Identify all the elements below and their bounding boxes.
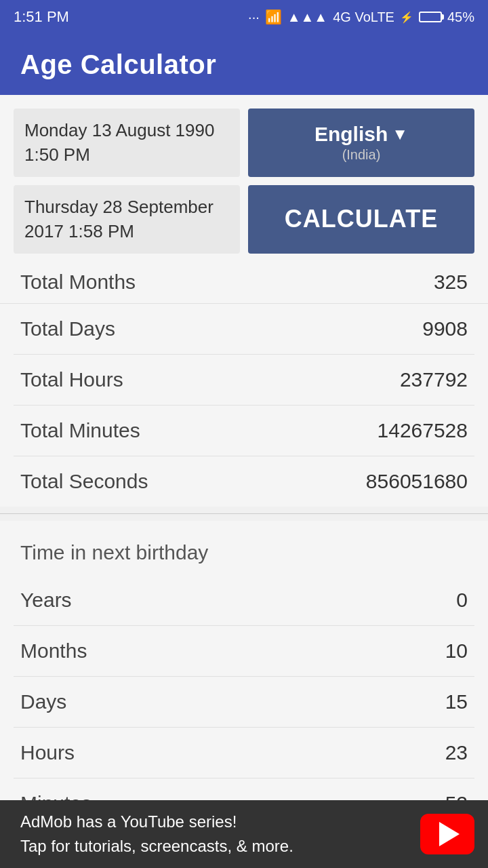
status-icons: ··· 📶 ▲▲▲ 4G VoLTE ⚡ 45%	[248, 9, 474, 25]
label-months: Months	[20, 639, 87, 663]
controls-area: Monday 13 August 1990 1:50 PM English ▼ …	[0, 95, 488, 264]
value-hours: 23	[445, 741, 468, 764]
section-divider	[0, 513, 488, 514]
date2-text: Thursday 28 September 2017 1:58 PM	[24, 195, 214, 244]
results-area: Total Days 9908 Total Hours 237792 Total…	[0, 304, 488, 507]
language-sub: (India)	[342, 147, 381, 163]
birthday-row-years: Years 0	[14, 575, 474, 626]
ad-line1: AdMob has a YouTube series!	[20, 810, 407, 834]
label-total-hours: Total Hours	[20, 368, 123, 391]
value-total-days: 9908	[422, 317, 468, 340]
label-hours: Hours	[20, 741, 75, 764]
dropdown-arrow-icon: ▼	[392, 125, 408, 144]
result-row-seconds: Total Seconds 856051680	[14, 456, 474, 507]
battery-percent: 45%	[447, 9, 474, 25]
next-birthday-section: Time in next birthday Years 0 Months 10 …	[0, 521, 488, 829]
value-total-seconds: 856051680	[366, 470, 468, 493]
birthday-row-days: Days 15	[14, 677, 474, 728]
date2-input[interactable]: Thursday 28 September 2017 1:58 PM	[14, 185, 240, 254]
time-display: 1:51 PM	[14, 8, 69, 26]
status-bar: 1:51 PM ··· 📶 ▲▲▲ 4G VoLTE ⚡ 45%	[0, 0, 488, 34]
value-total-minutes: 14267528	[378, 419, 468, 442]
play-icon	[439, 822, 460, 846]
result-row-hours: Total Hours 237792	[14, 355, 474, 406]
date1-text: Monday 13 August 1990 1:50 PM	[24, 118, 214, 167]
calculate-button[interactable]: CALCULATE	[248, 185, 474, 254]
ad-line2: Tap for tutorials, screencasts, & more.	[20, 834, 407, 859]
charging-icon: ⚡	[400, 11, 413, 24]
ad-banner[interactable]: AdMob has a YouTube series! Tap for tuto…	[0, 800, 488, 868]
dots-icon: ···	[248, 9, 260, 25]
label-total-days: Total Days	[20, 317, 115, 340]
partial-result-row: Total Months 325	[0, 264, 488, 304]
birthday-row-hours: Hours 23	[14, 728, 474, 778]
label-years: Years	[20, 589, 72, 612]
app-title: Age Calculator	[20, 50, 216, 80]
status-time: 1:51 PM	[14, 8, 69, 26]
youtube-play-button[interactable]	[420, 814, 474, 854]
result-row-minutes: Total Minutes 14267528	[14, 406, 474, 456]
ad-text: AdMob has a YouTube series! Tap for tuto…	[20, 810, 407, 859]
birthday-row-months: Months 10	[14, 626, 474, 677]
label-total-minutes: Total Minutes	[20, 419, 140, 442]
app-header: Age Calculator	[0, 34, 488, 95]
partial-value: 325	[434, 271, 468, 294]
battery-indicator	[419, 12, 442, 22]
date1-input[interactable]: Monday 13 August 1990 1:50 PM	[14, 108, 240, 177]
language-button[interactable]: English ▼ (India)	[248, 108, 474, 177]
network-label: 4G VoLTE	[333, 9, 394, 25]
label-days: Days	[20, 690, 66, 713]
partial-label: Total Months	[20, 271, 136, 294]
next-birthday-title: Time in next birthday	[14, 534, 474, 575]
wifi-icon: 📶	[265, 9, 282, 25]
language-label: English ▼	[314, 123, 408, 146]
value-days: 15	[445, 690, 468, 713]
value-total-hours: 237792	[400, 368, 468, 391]
signal-icon: ▲▲▲	[287, 9, 327, 25]
result-row-days: Total Days 9908	[14, 304, 474, 355]
label-total-seconds: Total Seconds	[20, 470, 148, 493]
value-years: 0	[456, 589, 468, 612]
value-months: 10	[445, 639, 468, 663]
